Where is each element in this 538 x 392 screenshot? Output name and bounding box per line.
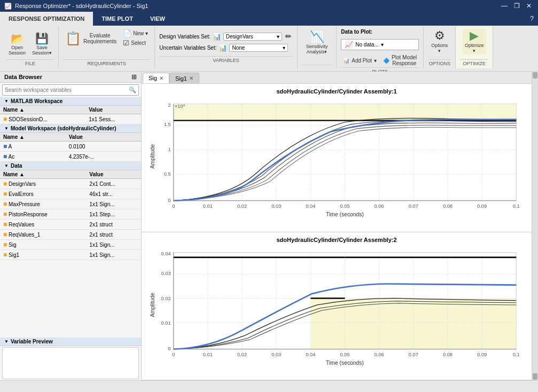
tab-view[interactable]: VIEW: [142, 12, 174, 26]
chart1-svg: 0 0.5 1 1.5 2 ×10⁶ 0 0.01 0.02 0.03 0.04…: [146, 97, 527, 228]
scroll-indicator: [532, 72, 538, 380]
design-vars-value: DesignVars: [226, 34, 253, 40]
content-area: Sig ✕ Sig1 ✕ sdoHydraulicCylinder/Cylind…: [142, 72, 532, 380]
tab-response-optimization[interactable]: RESPONSE OPTIMIZATION: [0, 12, 93, 26]
svg-text:0.01: 0.01: [203, 203, 213, 209]
help-button[interactable]: ?: [526, 12, 538, 26]
select-button[interactable]: ☑ Select: [121, 38, 150, 48]
options-button[interactable]: ⚙ Options ▾: [429, 29, 450, 54]
data-name-header[interactable]: Name ▲: [0, 170, 86, 179]
table-row[interactable]: ■ ReqValues_12x1 struct: [0, 230, 141, 240]
svg-text:1.5: 1.5: [164, 122, 171, 127]
scroll-up-button[interactable]: [533, 72, 537, 79]
table-row[interactable]: ■ A 0.0100: [0, 142, 141, 152]
minimize-button[interactable]: —: [499, 2, 510, 10]
model-value-header[interactable]: Value: [66, 133, 141, 142]
model-workspace-header[interactable]: ▼ Model Workspace (sdoHydraulicCylinder): [0, 124, 141, 133]
dv-icon: 📊: [213, 33, 221, 41]
ribbon-group-file: 📂 OpenSession 💾 SaveSession▾ FILE: [2, 27, 59, 68]
new-select-btns: 📄 New ▾ ☑ Select: [121, 29, 150, 48]
design-vars-edit-button[interactable]: ✏: [284, 32, 293, 41]
table-row[interactable]: ■ EvalErrors46x1 str...: [0, 189, 141, 199]
data-section-header[interactable]: ▼ Data: [0, 162, 141, 170]
table-row[interactable]: ■ DesignVars2x1 Cont...: [0, 179, 141, 189]
table-row[interactable]: ■ ReqValues2x1 struct: [0, 219, 141, 230]
variable-preview-content: [2, 347, 139, 379]
maximize-button[interactable]: ❐: [512, 2, 522, 10]
data-dropdown[interactable]: 📈 No data... ▾: [341, 39, 419, 50]
matlab-value-header[interactable]: Value: [85, 106, 141, 114]
chart1-title: sdoHydraulicCylinder/Cylinder Assembly:1: [146, 88, 527, 95]
svg-text:0.08: 0.08: [443, 203, 453, 209]
variable-preview-header[interactable]: ▼ Variable Preview: [0, 338, 141, 346]
svg-text:0: 0: [172, 203, 175, 209]
sidebar-title: Data Browser ⊞: [0, 72, 141, 83]
close-sig1-tab[interactable]: ✕: [189, 75, 193, 81]
matlab-name-header[interactable]: Name ▲: [0, 106, 85, 114]
matlab-workspace-table: Name ▲ Value ■ SDOSessionD... 1x1 Sess..…: [0, 106, 141, 124]
svg-text:0.04: 0.04: [306, 352, 315, 357]
model-name-header[interactable]: Name ▲: [0, 133, 66, 142]
svg-text:0.1: 0.1: [513, 352, 520, 357]
sensitivity-analysis-button[interactable]: 📉 SensitivityAnalysis▾: [302, 29, 332, 57]
new-button[interactable]: 📄 New ▾: [121, 29, 150, 38]
scroll-down-button[interactable]: [533, 373, 537, 380]
uncertain-vars-caret: ▾: [283, 45, 285, 51]
ribbon-group-variables: Design Variables Set: 📊 DesignVars ▾ ✏ U…: [155, 27, 297, 68]
table-row[interactable]: ■ Sig1x1 Sign...: [0, 240, 141, 250]
tab-sig1[interactable]: Sig1 ✕: [169, 73, 199, 83]
variable-preview-container: ▼ Variable Preview: [0, 338, 141, 380]
search-icon: 🔍: [129, 87, 136, 93]
variables-group-label: VARIABLES: [159, 56, 292, 63]
title-bar-controls: — ❐ ✕: [499, 2, 534, 10]
plot-model-icon: 🔷: [383, 58, 389, 64]
tab-time-plot[interactable]: TIME PLOT: [93, 12, 142, 26]
title-bar: 📈 Response Optimizer* - sdoHydraulicCyli…: [0, 0, 538, 12]
options-group-label: OPTIONS: [428, 59, 451, 66]
table-row[interactable]: ■ MaxPressure1x1 Sign...: [0, 199, 141, 209]
matlab-workspace-header[interactable]: ▼ MATLAB Workspace: [0, 97, 141, 106]
table-row[interactable]: ■ Ac 4.2357e-...: [0, 152, 141, 162]
status-bar: [0, 380, 538, 392]
search-input[interactable]: [5, 87, 129, 93]
svg-text:0.03: 0.03: [271, 352, 281, 357]
row-icon: ■: [3, 210, 7, 218]
svg-text:0.02: 0.02: [161, 295, 170, 301]
optimize-button[interactable]: ▶ Optimize ▾: [463, 29, 486, 54]
collapse-icon: ▼: [4, 99, 9, 104]
ribbon-group-requirements: 📋 EvaluateRequirements 📄 New ▾ ☑ Select …: [59, 27, 155, 68]
svg-text:Amplitude: Amplitude: [150, 144, 155, 169]
save-session-button[interactable]: 💾 SaveSession▾: [30, 32, 54, 57]
open-session-button[interactable]: 📂 OpenSession: [6, 32, 28, 57]
sensitivity-group: 📉 SensitivityAnalysis▾: [298, 27, 337, 68]
tab-sig[interactable]: Sig ✕: [143, 73, 169, 83]
svg-text:0.07: 0.07: [409, 203, 418, 209]
add-plot-icon: 📊: [343, 58, 349, 64]
ribbon-tab-bar: RESPONSE OPTIMIZATION TIME PLOT VIEW ?: [0, 12, 538, 26]
row-icon: ■: [3, 115, 7, 123]
add-plot-button[interactable]: 📊 Add Plot ▾: [341, 53, 379, 67]
svg-text:0.05: 0.05: [340, 352, 349, 357]
design-vars-dropdown[interactable]: DesignVars ▾: [223, 33, 282, 41]
svg-text:1: 1: [168, 147, 170, 152]
table-row[interactable]: ■ Sig11x1 Sign...: [0, 250, 141, 260]
uncertain-vars-dropdown[interactable]: None ▾: [229, 44, 288, 52]
collapse-icon: ▼: [4, 163, 9, 168]
close-sig-tab[interactable]: ✕: [159, 75, 163, 81]
evaluate-requirements-button[interactable]: 📋 EvaluateRequirements: [63, 31, 119, 46]
svg-text:0.06: 0.06: [375, 352, 384, 357]
table-row[interactable]: ■ PistonResponse1x1 Step...: [0, 209, 141, 219]
close-button[interactable]: ✕: [524, 2, 534, 10]
plot-model-response-button[interactable]: 🔷 Plot ModelResponse: [381, 53, 419, 67]
optimize-icon: ▶: [470, 30, 479, 42]
svg-text:Time (seconds): Time (seconds): [326, 359, 364, 365]
sidebar-expand-button[interactable]: ⊞: [131, 73, 137, 81]
data-value-header[interactable]: Value: [86, 170, 141, 179]
select-icon: ☑: [123, 39, 129, 47]
ribbon-group-plots: Data to Plot: 📈 No data... ▾ 📊 Add Plot …: [337, 27, 424, 68]
row-icon: ■: [3, 231, 7, 238]
search-container: 🔍: [2, 84, 139, 96]
chart2-svg: 0 0.01 0.02 0.03 0.04 0 0.01 0.02 0.03 0…: [146, 245, 527, 376]
row-icon: ■: [3, 153, 7, 160]
table-row[interactable]: ■ SDOSessionD... 1x1 Sess...: [0, 114, 141, 124]
